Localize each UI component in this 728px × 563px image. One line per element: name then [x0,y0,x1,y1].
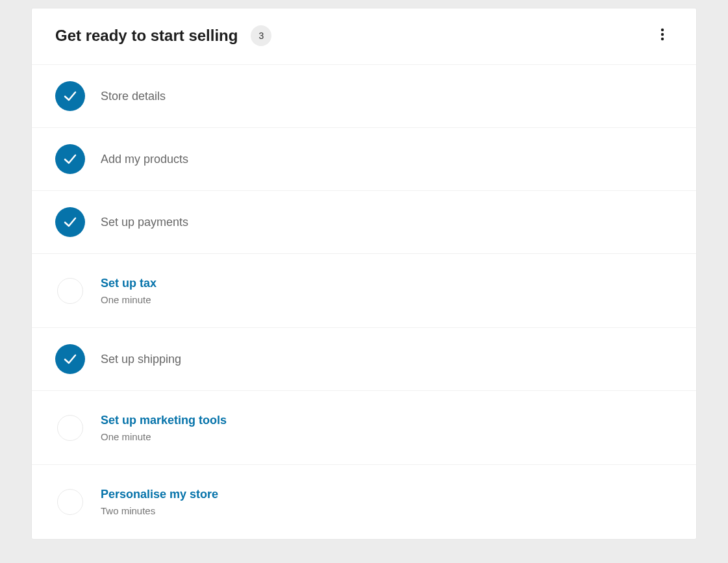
task-set-up-shipping[interactable]: Set up shipping [32,328,696,391]
task-title: Set up payments [101,216,188,229]
more-options-button[interactable] [652,25,673,46]
task-title: Personalise my store [101,488,218,501]
task-subtitle: Two minutes [101,505,218,516]
task-title: Set up marketing tools [101,414,227,427]
task-subtitle: One minute [101,294,157,305]
remaining-count-badge: 3 [251,25,271,46]
task-title: Set up shipping [101,353,181,366]
more-vertical-icon [655,27,670,45]
setup-tasks-card: Get ready to start selling 3 Store detai… [31,8,697,540]
task-set-up-tax[interactable]: Set up tax One minute [32,254,696,328]
circle-icon [57,415,83,441]
task-title: Set up tax [101,277,157,290]
check-icon [55,81,85,111]
task-personalise-store[interactable]: Personalise my store Two minutes [32,465,696,539]
card-header: Get ready to start selling 3 [32,8,696,65]
task-set-up-payments[interactable]: Set up payments [32,191,696,254]
task-title: Store details [101,90,166,103]
page-title: Get ready to start selling [55,27,238,45]
check-icon [55,344,85,374]
circle-icon [57,489,83,515]
check-icon [55,144,85,174]
task-store-details[interactable]: Store details [32,65,696,128]
check-icon [55,207,85,237]
task-title: Add my products [101,153,188,166]
svg-point-1 [661,33,664,36]
svg-point-2 [661,38,664,40]
svg-point-0 [661,29,664,31]
task-add-products[interactable]: Add my products [32,128,696,191]
task-subtitle: One minute [101,431,227,442]
task-set-up-marketing[interactable]: Set up marketing tools One minute [32,391,696,465]
circle-icon [57,278,83,304]
